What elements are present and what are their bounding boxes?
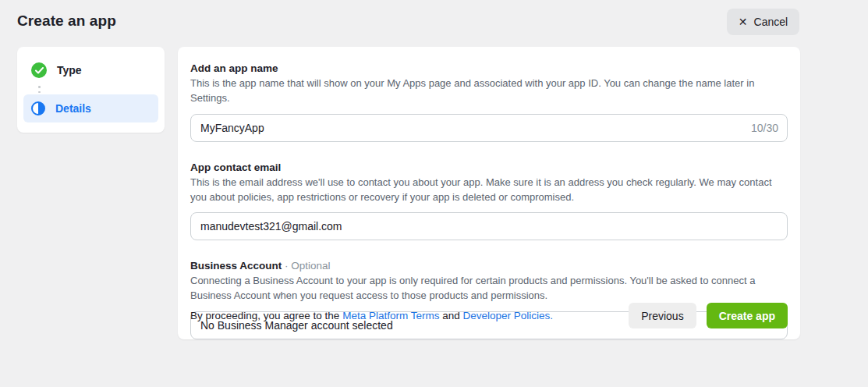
contact-email-label: App contact email xyxy=(190,162,788,173)
step-type[interactable]: Type xyxy=(23,56,158,84)
details-form-card: Add an app name This is the app name tha… xyxy=(178,47,800,339)
business-account-label-text: Business Account xyxy=(190,260,282,272)
form-footer: By proceeding, you agree to the Meta Pla… xyxy=(190,303,788,328)
step-details[interactable]: Details xyxy=(23,94,158,122)
app-name-input-wrap: 10/30 xyxy=(190,114,788,142)
agreement-text: By proceeding, you agree to the Meta Pla… xyxy=(190,310,553,321)
app-name-description: This is the app name that will show on y… xyxy=(190,76,788,106)
previous-button[interactable]: Previous xyxy=(629,303,696,328)
cancel-button-label: Cancel xyxy=(754,16,788,28)
create-app-button[interactable]: Create app xyxy=(707,303,788,328)
step-details-label: Details xyxy=(55,102,91,115)
app-name-input[interactable] xyxy=(190,114,788,142)
check-circle-icon xyxy=(31,62,47,78)
business-account-optional-label: · Optional xyxy=(285,260,331,272)
app-name-char-counter: 10/30 xyxy=(751,114,778,142)
agreement-prefix: By proceeding, you agree to the xyxy=(190,310,342,321)
developer-policies-link[interactable]: Developer Policies. xyxy=(462,310,553,321)
contact-email-input-wrap xyxy=(190,212,788,240)
contact-email-description: This is the email address we'll use to c… xyxy=(190,176,788,205)
meta-platform-terms-link[interactable]: Meta Platform Terms xyxy=(342,310,439,321)
create-app-page: Create an app ✕ Cancel Type Details Add … xyxy=(0,0,868,387)
close-icon: ✕ xyxy=(739,16,748,27)
app-name-label: Add an app name xyxy=(190,62,788,74)
page-title: Create an app xyxy=(17,12,116,30)
cancel-button[interactable]: ✕ Cancel xyxy=(727,9,799,35)
step-connector-dots xyxy=(38,84,158,94)
contact-email-section: App contact email This is the email addr… xyxy=(190,162,788,241)
contact-email-input[interactable] xyxy=(190,212,788,240)
footer-buttons: Previous Create app xyxy=(629,303,788,328)
business-account-label: Business Account · Optional xyxy=(190,260,788,272)
stepper-sidebar: Type Details xyxy=(17,47,165,133)
step-type-label: Type xyxy=(57,64,82,76)
app-name-section: Add an app name This is the app name tha… xyxy=(190,62,788,142)
agreement-middle: and xyxy=(439,310,462,321)
half-circle-progress-icon xyxy=(31,101,45,115)
business-account-description: Connecting a Business Account to your ap… xyxy=(190,274,788,304)
